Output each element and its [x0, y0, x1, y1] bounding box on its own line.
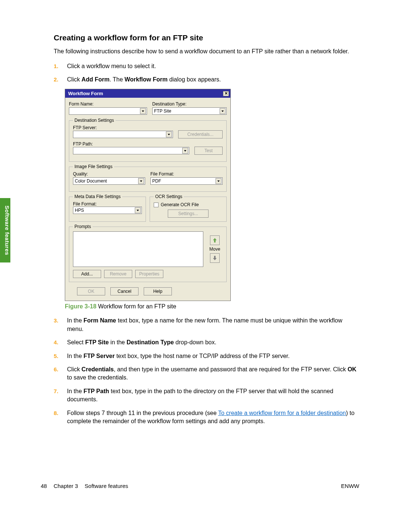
figure-caption: Figure 3-18 Workflow form for an FTP sit…	[65, 303, 359, 310]
step-number: 8.	[54, 409, 67, 417]
ftp-path-label: FTP Path:	[73, 141, 93, 147]
meta-file-format-select[interactable]: HPS	[73, 207, 142, 214]
remove-button[interactable]: Remove	[104, 270, 132, 278]
svg-marker-2	[168, 134, 170, 135]
ftp-server-input[interactable]	[73, 131, 173, 138]
ocr-settings-button[interactable]: Settings...	[168, 210, 209, 218]
page-footer: 48 Chapter 3 Software features ENWW	[0, 483, 400, 489]
close-button[interactable]: ✕	[223, 91, 229, 96]
help-button[interactable]: Help	[144, 287, 172, 295]
svg-marker-8	[213, 256, 217, 260]
generate-ocr-label: Generate OCR File	[161, 202, 199, 207]
close-icon: ✕	[224, 91, 228, 96]
steps-list-bottom: 3. In the Form Name text box, type a nam…	[54, 317, 359, 425]
cross-reference-link[interactable]: To create a workflow form for a folder d…	[218, 410, 346, 416]
chapter-label: Chapter 3	[54, 483, 78, 489]
destination-settings-group: Destination Settings FTP Server: Credent…	[69, 118, 227, 162]
ok-button[interactable]: OK	[77, 287, 105, 295]
step-number: 2.	[54, 76, 67, 83]
move-down-button[interactable]	[210, 253, 220, 263]
step-text: In the Form Name text box, type a name f…	[67, 317, 359, 333]
step-number: 3.	[54, 317, 67, 324]
svg-marker-1	[221, 111, 224, 112]
chevron-down-icon	[216, 178, 221, 184]
step-text: In the FTP Server text box, type the hos…	[67, 352, 359, 360]
destination-type-select[interactable]: FTP Site	[152, 107, 227, 115]
chapter-title: Software features	[85, 483, 129, 489]
workflow-form-dialog: Workflow Form ✕ Form Name: Destination T…	[65, 89, 231, 301]
form-name-input[interactable]	[69, 107, 147, 115]
dialog-title: Workflow Form	[68, 91, 103, 96]
step-number: 4.	[54, 338, 67, 346]
step-text: Select FTP Site in the Destination Type …	[67, 338, 359, 347]
svg-marker-0	[142, 111, 144, 112]
step-text: Click Add Form. The Workflow Form dialog…	[67, 76, 359, 84]
ftp-server-label: FTP Server:	[73, 125, 97, 130]
generate-ocr-checkbox[interactable]	[154, 203, 159, 207]
chevron-down-icon	[135, 207, 141, 213]
add-button[interactable]: Add...	[73, 270, 101, 278]
prompts-group: Prompts Move	[69, 224, 227, 282]
page-title: Creating a workflow form for an FTP site	[54, 33, 359, 42]
page-number: 48	[41, 483, 47, 489]
step-text: Click Credentials, and then type in the …	[67, 365, 359, 382]
arrow-down-icon	[213, 255, 217, 261]
credentials-button[interactable]: Credentials...	[178, 130, 223, 138]
image-file-settings-group: Image File Settings Quality: Color Docum…	[69, 164, 227, 192]
file-format-select[interactable]: PDF	[150, 177, 223, 185]
svg-marker-4	[140, 181, 142, 182]
step-number: 7.	[54, 387, 67, 395]
ocr-settings-group: OCR Settings Generate OCR File Settings.…	[150, 194, 227, 222]
group-legend: Prompts	[73, 224, 93, 229]
svg-marker-3	[184, 150, 186, 152]
prompts-listbox[interactable]	[73, 231, 203, 267]
destination-type-label: Destination Type:	[152, 101, 227, 107]
chevron-down-icon	[220, 108, 226, 114]
properties-button[interactable]: Properties	[135, 270, 163, 278]
group-legend: Meta Data File Settings	[73, 194, 122, 199]
svg-marker-5	[217, 181, 220, 182]
group-legend: Image File Settings	[73, 164, 114, 169]
chevron-down-icon	[182, 148, 188, 154]
move-up-button[interactable]	[210, 235, 220, 245]
svg-marker-7	[213, 238, 217, 242]
form-name-label: Form Name:	[69, 101, 147, 107]
group-legend: OCR Settings	[154, 194, 184, 199]
group-legend: Destination Settings	[73, 118, 116, 123]
arrow-up-icon	[213, 238, 217, 243]
step-text: In the FTP Path text box, type in the pa…	[67, 387, 359, 404]
step-number: 1.	[54, 62, 67, 70]
test-button[interactable]: Test	[194, 147, 223, 155]
quality-label: Quality:	[73, 171, 145, 177]
chevron-down-icon	[166, 131, 172, 137]
page-content: Creating a workflow form for an FTP site…	[0, 0, 400, 425]
step-text: Click a workflow menu to select it.	[67, 62, 359, 70]
svg-marker-6	[137, 210, 139, 211]
ftp-path-input[interactable]	[73, 147, 189, 154]
quality-select[interactable]: Color Document	[73, 177, 145, 185]
dialog-titlebar: Workflow Form ✕	[65, 89, 230, 98]
footer-right: ENWW	[341, 483, 359, 489]
file-format-label: File Format:	[150, 171, 223, 177]
step-number: 6.	[54, 365, 67, 373]
move-label: Move	[209, 247, 220, 252]
chevron-down-icon	[138, 178, 144, 184]
step-number: 5.	[54, 352, 67, 360]
chevron-down-icon	[140, 108, 146, 114]
intro-text: The following instructions describe how …	[54, 47, 359, 56]
meta-data-group: Meta Data File Settings File Format: HPS	[69, 194, 146, 222]
step-text: Follow steps 7 through 11 in the previou…	[67, 409, 359, 426]
cancel-button[interactable]: Cancel	[110, 287, 139, 295]
steps-list-top: 1. Click a workflow menu to select it. 2…	[54, 62, 359, 84]
screenshot-container: Workflow Form ✕ Form Name: Destination T…	[65, 89, 359, 301]
meta-file-format-label: File Format:	[73, 201, 97, 207]
